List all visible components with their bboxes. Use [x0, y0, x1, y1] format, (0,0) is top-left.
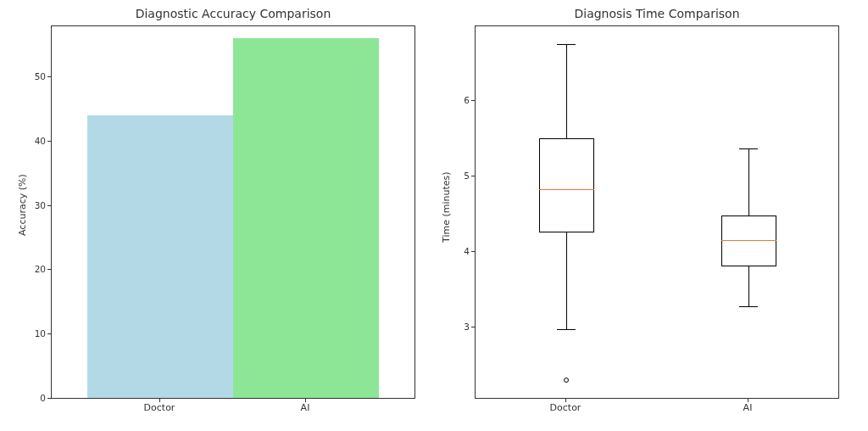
tick-mark [47, 398, 51, 399]
doctor-box [539, 138, 594, 232]
doctor-whisker-cap-lower [557, 329, 576, 330]
bar-doctor [87, 115, 233, 398]
box-ytick-5: 5 [449, 171, 470, 181]
figure: Diagnostic Accuracy Comparison Accuracy … [0, 0, 868, 431]
bar-chart-axes [51, 25, 415, 399]
tick-mark [471, 251, 475, 252]
tick-mark [47, 76, 51, 77]
tick-mark [305, 399, 306, 402]
doctor-whisker-upper [566, 44, 567, 138]
bar-ytick-40: 40 [25, 136, 46, 146]
box-xtick-doctor: Doctor [523, 402, 608, 413]
bar-ai [233, 38, 379, 398]
ai-whisker-lower [748, 266, 749, 306]
ai-box [721, 216, 776, 266]
tick-mark [47, 205, 51, 206]
box-chart-title: Diagnosis Time Comparison [475, 7, 839, 20]
box-chart-axes [475, 25, 839, 399]
tick-mark [47, 141, 51, 142]
tick-mark [748, 399, 748, 402]
tick-mark [47, 269, 51, 270]
bar-ytick-0: 0 [25, 393, 46, 403]
doctor-median [539, 189, 594, 190]
doctor-whisker-lower [566, 232, 567, 329]
ai-median [721, 240, 776, 241]
box-ytick-6: 6 [449, 95, 470, 105]
bar-xtick-doctor: Doctor [117, 402, 202, 413]
bar-ytick-20: 20 [25, 264, 46, 274]
bar-ytick-30: 30 [25, 200, 46, 210]
tick-mark [565, 399, 566, 402]
doctor-outlier [564, 378, 569, 383]
box-ytick-4: 4 [449, 246, 470, 256]
tick-mark [159, 399, 160, 402]
ai-whisker-cap-upper [739, 148, 758, 149]
ai-whisker-cap-lower [739, 306, 758, 307]
bar-ytick-10: 10 [25, 328, 46, 339]
tick-mark [471, 100, 475, 101]
tick-mark [471, 327, 475, 327]
doctor-whisker-cap-upper [557, 44, 576, 45]
tick-mark [47, 333, 51, 334]
ai-whisker-upper [748, 148, 749, 216]
box-xtick-ai: AI [705, 402, 790, 413]
bar-xtick-ai: AI [263, 402, 348, 413]
bar-chart-title: Diagnostic Accuracy Comparison [51, 7, 415, 20]
box-ytick-3: 3 [449, 322, 470, 332]
bar-ytick-50: 50 [25, 71, 46, 81]
box-chart-ylabel: Time (minutes) [441, 171, 452, 243]
tick-mark [471, 176, 475, 176]
